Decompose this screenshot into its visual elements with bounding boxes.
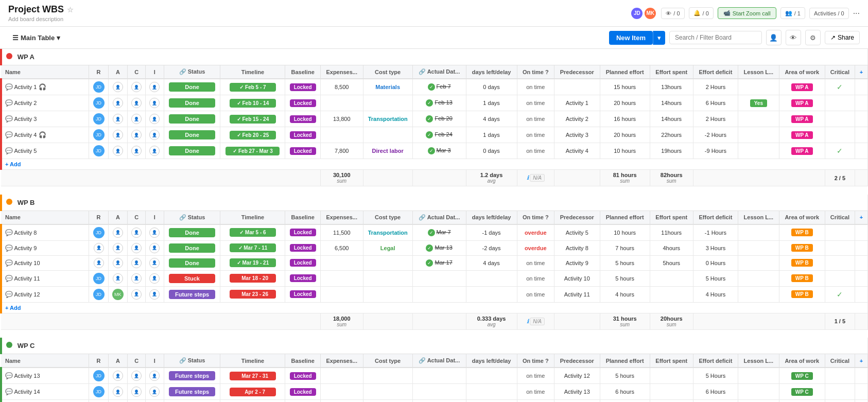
- user-filter-button[interactable]: 👤: [766, 30, 782, 45]
- timeline-badge: ✓ Feb 5 - 7: [230, 83, 276, 92]
- a-cell[interactable]: 👤: [108, 384, 127, 400]
- a-cell[interactable]: 👤: [108, 127, 127, 143]
- baseline-cell: Locked: [285, 224, 320, 241]
- group-dot-wpb: [6, 199, 12, 205]
- cost-type-cell: Direct labor: [363, 143, 412, 159]
- a-cell[interactable]: 👤: [108, 95, 127, 111]
- star-icon[interactable]: ☆: [67, 6, 74, 14]
- critical-cell: ✓: [825, 143, 855, 159]
- share-button[interactable]: ↗ Share: [825, 31, 860, 44]
- c-cell[interactable]: 👤: [128, 95, 146, 111]
- more-options-button[interactable]: ···: [853, 9, 860, 18]
- chat-icon[interactable]: 💬: [5, 131, 13, 138]
- table-selector[interactable]: ☰ Main Table ▾: [8, 32, 64, 44]
- area-cell: WP B: [779, 224, 825, 241]
- r-cell[interactable]: 👤: [89, 400, 108, 403]
- search-input[interactable]: [669, 31, 762, 44]
- chat-icon[interactable]: 💬: [5, 244, 13, 252]
- eye-toggle-button[interactable]: 👁: [786, 30, 801, 45]
- new-item-button[interactable]: New Item: [609, 31, 653, 45]
- i-cell[interactable]: 👤: [146, 127, 164, 143]
- chat-icon[interactable]: 💬: [5, 259, 13, 267]
- i-cell[interactable]: 👤: [146, 368, 164, 384]
- c-cell[interactable]: 👤: [128, 400, 146, 403]
- group-title-wpc[interactable]: WP C: [1, 338, 868, 354]
- r-cell[interactable]: JD: [89, 368, 108, 384]
- headphone-icon: 🎧: [39, 131, 46, 138]
- i-cell[interactable]: 👤: [146, 270, 164, 286]
- add-label[interactable]: + Add: [1, 302, 868, 313]
- c-cell[interactable]: 👤: [128, 368, 146, 384]
- on-time-cell: on time: [517, 400, 554, 403]
- i-cell[interactable]: 👤: [146, 79, 164, 95]
- r-cell[interactable]: JD: [89, 143, 108, 159]
- i-cell[interactable]: 👤: [146, 224, 164, 241]
- c-cell[interactable]: 👤: [128, 255, 146, 270]
- zoom-call-button[interactable]: 📹 Start Zoom call: [718, 7, 776, 19]
- a-cell[interactable]: 👤: [108, 368, 127, 384]
- chat-icon[interactable]: 💬: [5, 83, 13, 91]
- new-item-dropdown-button[interactable]: ▾: [653, 31, 665, 45]
- c-cell[interactable]: 👤: [128, 127, 146, 143]
- r-cell[interactable]: JD: [89, 111, 108, 127]
- chat-icon[interactable]: 💬: [5, 229, 13, 236]
- c-cell[interactable]: 👤: [128, 79, 146, 95]
- col-add-b[interactable]: +: [855, 211, 867, 224]
- on-time-cell: on time: [517, 95, 554, 111]
- spent-cell: [650, 270, 693, 286]
- r-cell[interactable]: JD: [89, 270, 108, 286]
- group-title-wpb[interactable]: WP B: [1, 195, 868, 211]
- a-cell[interactable]: 👤: [108, 79, 127, 95]
- add-row-wpa[interactable]: + Add: [1, 159, 868, 170]
- a-cell[interactable]: 👤: [108, 240, 127, 255]
- col-add[interactable]: +: [855, 65, 867, 79]
- summary-empty: [363, 313, 412, 329]
- a-cell[interactable]: 👤: [108, 400, 127, 403]
- i-cell[interactable]: 👤: [146, 400, 164, 403]
- r-cell[interactable]: JD: [89, 224, 108, 241]
- chat-icon[interactable]: 💬: [5, 99, 13, 107]
- spent-cell: 19hours: [650, 143, 693, 159]
- r-cell[interactable]: JD: [89, 127, 108, 143]
- r-cell[interactable]: JD: [89, 384, 108, 400]
- a-cell[interactable]: 👤: [108, 270, 127, 286]
- i-cell[interactable]: 👤: [146, 286, 164, 302]
- i-cell[interactable]: 👤: [146, 255, 164, 270]
- chat-icon[interactable]: 💬: [5, 275, 13, 282]
- c-cell[interactable]: 👤: [128, 224, 146, 241]
- critical-cell: [825, 368, 855, 384]
- i-cell[interactable]: 👤: [146, 240, 164, 255]
- chat-icon[interactable]: 💬: [5, 115, 13, 123]
- c-cell[interactable]: 👤: [128, 270, 146, 286]
- i-cell[interactable]: 👤: [146, 384, 164, 400]
- add-row-wpb[interactable]: + Add: [1, 302, 868, 313]
- filter-button[interactable]: ⚙: [805, 30, 821, 45]
- i-cell[interactable]: 👤: [146, 143, 164, 159]
- i-cell[interactable]: 👤: [146, 111, 164, 127]
- group-title-wpa[interactable]: WP A: [1, 49, 868, 65]
- a-cell[interactable]: 👤: [108, 224, 127, 241]
- r-cell[interactable]: JD: [89, 95, 108, 111]
- c-cell[interactable]: 👤: [128, 240, 146, 255]
- chat-icon[interactable]: 💬: [5, 372, 13, 379]
- c-cell[interactable]: 👤: [128, 143, 146, 159]
- c-cell[interactable]: 👤: [128, 111, 146, 127]
- c-cell[interactable]: 👤: [128, 384, 146, 400]
- deficit-cell: 5 Hours: [693, 368, 738, 384]
- r-cell[interactable]: 👤: [89, 255, 108, 270]
- r-cell[interactable]: JD: [89, 79, 108, 95]
- a-cell[interactable]: 👤: [108, 111, 127, 127]
- chat-icon[interactable]: 💬: [5, 291, 13, 298]
- chat-icon[interactable]: 💬: [5, 388, 13, 395]
- r-cell[interactable]: JD: [89, 286, 108, 302]
- a-cell[interactable]: 👤: [108, 255, 127, 270]
- a-cell[interactable]: MK: [108, 286, 127, 302]
- chat-icon[interactable]: 💬: [5, 147, 13, 154]
- toolbar: ☰ Main Table ▾ New Item ▾ 👤 👁 ⚙ ↗: [0, 27, 868, 49]
- c-cell[interactable]: 👤: [128, 286, 146, 302]
- add-label[interactable]: + Add: [1, 159, 868, 170]
- r-cell[interactable]: 👤: [89, 240, 108, 255]
- i-cell[interactable]: 👤: [146, 95, 164, 111]
- col-add-c[interactable]: +: [855, 354, 867, 368]
- a-cell[interactable]: 👤: [108, 143, 127, 159]
